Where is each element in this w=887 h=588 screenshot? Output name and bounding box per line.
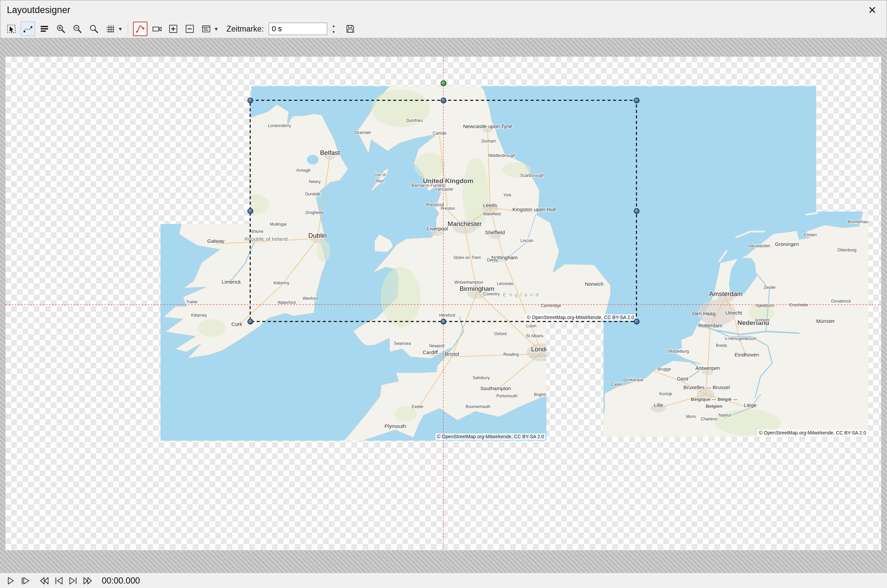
spinner-up-icon[interactable]: ▲ (330, 22, 337, 29)
selection-handle-middle-right[interactable] (634, 208, 640, 214)
select-tool-icon (6, 24, 17, 34)
zeitmarke-spinner: ▲ ▼ (330, 22, 337, 35)
grid-icon (105, 24, 116, 34)
remove-icon (185, 24, 195, 34)
fast-rewind-button[interactable] (39, 575, 50, 586)
zoom-in-icon (56, 24, 66, 34)
save-button[interactable] (343, 22, 358, 36)
zoom-reset-button[interactable] (87, 22, 101, 36)
grid-button[interactable] (103, 22, 117, 36)
selection-handle-top-left[interactable] (247, 98, 253, 104)
toolbar: ▾ ▾ Zeitmarke: (0, 20, 887, 38)
spinner-down-icon[interactable]: ▼ (330, 29, 337, 35)
titlebar: Layoutdesigner ✕ (0, 0, 887, 20)
skip-end-button[interactable] (68, 575, 79, 586)
map-object-benelux[interactable]: © OpenStreetMap.org-Mitwirkende, CC BY-S… (603, 212, 869, 437)
edit-points-tool-button[interactable] (21, 22, 35, 36)
play-icon (6, 576, 15, 586)
path-tool-button[interactable] (133, 22, 147, 36)
play-button[interactable] (5, 575, 17, 586)
zoom-in-button[interactable] (54, 22, 68, 36)
rotation-handle[interactable] (440, 80, 447, 86)
properties-icon (201, 24, 211, 34)
camera-icon (152, 24, 162, 34)
osm-attribution: © OpenStreetMap.org-Mitwirkende, CC BY-S… (758, 430, 867, 436)
selection-handle-bottom-center[interactable] (440, 319, 447, 325)
fast-forward-icon (83, 576, 92, 586)
selection-handle-bottom-right[interactable] (634, 319, 640, 325)
camera-button[interactable] (149, 22, 164, 36)
skip-start-icon (54, 576, 63, 586)
toolbar-separator (128, 23, 128, 34)
timecode: 00:00.000 (102, 576, 140, 586)
path-tool-icon (135, 24, 145, 34)
selection-handle-top-right[interactable] (634, 98, 640, 104)
select-tool-button[interactable] (4, 22, 18, 36)
remove-button[interactable] (182, 22, 197, 36)
fast-rewind-icon (39, 576, 49, 586)
map-object-selected[interactable]: © OpenStreetMap.org-Mitwirkende, CC BY-S… (250, 100, 636, 321)
properties-button[interactable] (199, 22, 213, 36)
grid-dropdown-caret[interactable]: ▾ (117, 26, 123, 33)
layers-button[interactable] (37, 22, 51, 36)
selection-handle-bottom-left[interactable] (247, 319, 253, 325)
window-title: Layoutdesigner (7, 5, 71, 15)
selection-handle-middle-left[interactable] (247, 208, 253, 214)
zeitmarke-input[interactable] (269, 22, 327, 35)
save-icon (345, 24, 355, 34)
skip-start-button[interactable] (53, 575, 65, 586)
add-button[interactable] (166, 22, 180, 36)
osm-attribution: © OpenStreetMap.org-Mitwirkende, CC BY-S… (525, 314, 636, 321)
play-step-icon (20, 576, 30, 586)
zeitmarke-label: Zeitmarke: (227, 24, 264, 34)
zoom-out-icon (72, 24, 83, 34)
close-icon[interactable]: ✕ (864, 2, 880, 18)
properties-dropdown-caret[interactable]: ▾ (213, 26, 219, 33)
layers-icon (39, 24, 50, 34)
fast-forward-button[interactable] (82, 575, 93, 586)
selection-handle-top-center[interactable] (440, 98, 447, 104)
layoutdesigner-window: { "window": { "title": "Layoutdesigner" … (0, 0, 887, 588)
layout-canvas[interactable]: © OpenStreetMap.org-Mitwirkende, CC BY-S… (6, 57, 881, 550)
zoom-reset-icon (89, 24, 99, 34)
add-icon (168, 24, 178, 34)
skip-end-icon (68, 576, 78, 586)
playbar: 00:00.000 (0, 573, 887, 588)
zoom-out-button[interactable] (70, 22, 84, 36)
osm-attribution: © OpenStreetMap.org-Mitwirkende, CC BY-S… (435, 434, 546, 440)
play-step-button[interactable] (19, 575, 31, 586)
workspace-background: © OpenStreetMap.org-Mitwirkende, CC BY-S… (0, 38, 887, 573)
edit-points-tool-icon (23, 24, 33, 34)
